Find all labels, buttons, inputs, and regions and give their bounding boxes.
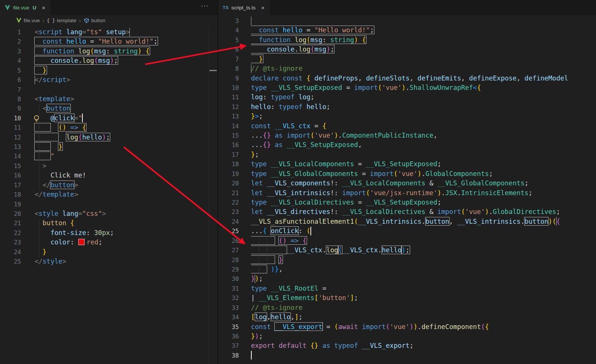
code-line[interactable]: [log,hello,]; <box>251 312 596 322</box>
code-line[interactable]: } <box>35 247 208 257</box>
code-line[interactable]: }>; <box>251 112 596 121</box>
code-line[interactable]: ...{} as __VLS_SetupExposed, <box>251 140 596 150</box>
code-line[interactable]: </template> <box>35 190 208 199</box>
mapping-box: const hello = "Hello world!"; <box>251 26 374 34</box>
tab-file-vue[interactable]: file.vue U × <box>0 0 50 15</box>
code-line[interactable]: </button> <box>35 180 208 190</box>
mapping-box: button <box>525 218 548 225</box>
code-line[interactable]: const hello = "Hello world!"; <box>251 26 596 35</box>
code-line[interactable]: type __VLS_GlobalComponents = import('vu… <box>251 169 596 179</box>
code-line[interactable]: const hello = "Hello world!"; <box>35 37 208 46</box>
code-line[interactable]: __VLS_asFunctionalElement1(__VLS_intrins… <box>251 217 596 226</box>
mapping-box: console.log(msg); <box>251 46 334 53</box>
code-line[interactable]: color: red; <box>35 238 208 247</box>
code-line[interactable]: function log(msg: string) { <box>251 35 596 45</box>
code-line[interactable]: __VLS_ctx.log(__VLS_ctx.hello); <box>251 246 596 255</box>
code-line[interactable] <box>251 351 596 360</box>
mapping-box <box>35 143 50 150</box>
code-line[interactable]: let __VLS_intrinsics!: import('vue/jsx-r… <box>251 188 596 198</box>
code-line[interactable]: const __VLS_ctx = { <box>251 121 596 131</box>
mapping-box: } <box>279 256 283 264</box>
code-line[interactable] <box>251 16 596 26</box>
line-number: 21 <box>218 188 239 198</box>
code-line[interactable]: ...{ onClick: ( <box>251 226 596 236</box>
breadcrumb-item-file[interactable]: file.vue <box>16 18 40 23</box>
code-line[interactable]: </script> <box>35 75 208 85</box>
code-line[interactable]: const __VLS_export = (await import('vue'… <box>251 322 596 332</box>
code-line[interactable]: type __VLS_SetupExposed = import('vue').… <box>251 83 596 93</box>
tab-script-ts[interactable]: TS script_ts.ts × <box>218 0 269 15</box>
code-line[interactable]: )}, <box>251 265 596 274</box>
mapping-box: () => { <box>279 237 307 244</box>
mapping-box: click <box>55 114 74 122</box>
code-line[interactable]: hello: typeof hello; <box>251 102 596 112</box>
code-line[interactable]: <script lang="ts" setup> <box>35 27 208 37</box>
line-number: 26 <box>218 236 239 246</box>
code-line[interactable]: console.log(msg); <box>251 45 596 54</box>
line-number: 20 <box>0 209 21 218</box>
code-line[interactable]: let __VLS_directives!: __VLS_LocalDirect… <box>251 207 596 217</box>
code-line[interactable]: font-size: 30px; <box>35 228 208 238</box>
line-number: 6 <box>218 45 239 54</box>
code-editor-file-vue[interactable]: <script lang="ts" setup> const hello = "… <box>35 27 208 267</box>
breadcrumb-item-button[interactable]: button <box>84 18 106 23</box>
code-line[interactable]: () => { <box>35 123 208 132</box>
code-line[interactable]: Click me! <box>35 171 208 180</box>
code-line[interactable]: </style> <box>35 257 208 266</box>
line-number: 29 <box>218 265 239 274</box>
code-line[interactable]: }; <box>251 150 596 159</box>
code-line[interactable]: " <box>35 152 208 161</box>
code-line[interactable]: <button <box>35 104 208 113</box>
close-tab-icon[interactable]: × <box>42 5 46 11</box>
code-line[interactable]: } <box>35 66 208 75</box>
code-line[interactable]: button { <box>35 218 208 228</box>
line-number: 30 <box>218 274 239 284</box>
typescript-file-icon: TS <box>223 5 229 10</box>
editor-scrollbar-track[interactable] <box>209 26 209 364</box>
code-line[interactable]: | __VLS_Elements['button']; <box>251 293 596 303</box>
code-line[interactable]: let __VLS_components!: __VLS_LocalCompon… <box>251 179 596 188</box>
code-line[interactable]: } <box>251 255 596 265</box>
code-line[interactable]: type __VLS_LocalComponents = __VLS_Setup… <box>251 159 596 169</box>
close-tab-icon[interactable]: × <box>261 5 265 11</box>
code-line[interactable]: ...{} as import('vue').ComponentPublicIn… <box>251 131 596 140</box>
code-line[interactable]: // @ts-ignore <box>251 64 596 73</box>
code-line[interactable] <box>35 85 208 94</box>
css-color-swatch[interactable] <box>78 239 85 245</box>
code-line[interactable] <box>35 200 208 209</box>
line-number: 3 <box>218 16 239 26</box>
code-line[interactable]: > <box>35 161 208 171</box>
line-number: 15 <box>0 161 21 171</box>
mapping-box: onClick <box>271 227 299 235</box>
mapping-box: function log(msg: string) { <box>251 36 366 44</box>
code-line[interactable]: }); <box>251 274 596 284</box>
code-line[interactable]: log: typeof log; <box>251 93 596 102</box>
code-line[interactable]: type __VLS_RootEl = <box>251 284 596 293</box>
line-number: 35 <box>218 322 239 332</box>
line-number: 20 <box>218 179 239 188</box>
code-line[interactable]: }); <box>251 332 596 341</box>
code-editor-script-ts[interactable]: const hello = "Hello world!"; function l… <box>251 16 596 360</box>
code-line[interactable]: export default {} as typeof __VLS_export… <box>251 341 596 350</box>
editor-more-actions-icon[interactable]: ··· <box>201 2 208 10</box>
breadcrumb-item-template[interactable]: { } template <box>47 18 76 23</box>
line-number: 34 <box>218 312 239 322</box>
code-line[interactable]: declare const { defineProps, defineSlots… <box>251 74 596 83</box>
code-line[interactable]: log(hello); <box>35 133 208 142</box>
code-line[interactable]: console.log(msg); <box>35 56 208 65</box>
code-line[interactable]: } <box>251 55 596 64</box>
line-number: 36 <box>218 332 239 341</box>
code-line[interactable]: <template> <box>35 94 208 104</box>
line-number: 24 <box>218 217 239 226</box>
code-line[interactable]: @click=" <box>35 114 208 123</box>
line-number: 5 <box>218 35 239 45</box>
line-number: 15 <box>218 131 239 140</box>
code-line[interactable]: type __VLS_LocalDirectives = __VLS_Setup… <box>251 198 596 207</box>
mapping-box: button <box>50 181 74 189</box>
code-line[interactable]: // @ts-ignore <box>251 303 596 312</box>
code-line[interactable]: () => { <box>251 236 596 246</box>
code-line[interactable]: } <box>35 142 208 152</box>
code-line[interactable]: function log(msg: string) { <box>35 47 208 56</box>
code-line[interactable]: <style lang="css"> <box>35 209 208 218</box>
mapping-box: ); <box>401 246 409 254</box>
